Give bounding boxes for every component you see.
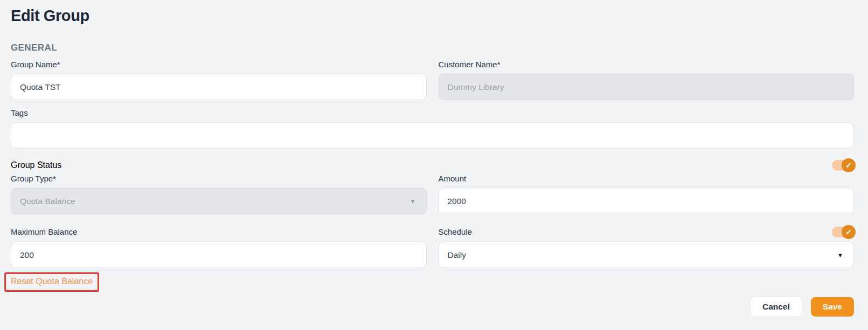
amount-label: Amount bbox=[439, 173, 855, 184]
reset-quota-balance-link[interactable]: Reset Quota Balance bbox=[11, 277, 93, 286]
group-name-input[interactable] bbox=[11, 74, 427, 100]
customer-name-label: Customer Name* bbox=[439, 59, 855, 70]
checkmark-icon: ✓ bbox=[845, 228, 852, 236]
annotation-highlight-box: Reset Quota Balance bbox=[4, 272, 99, 292]
tags-field: Tags bbox=[11, 108, 854, 149]
amount-input[interactable] bbox=[439, 188, 855, 214]
schedule-toggle[interactable]: ✓ bbox=[832, 227, 854, 237]
group-type-select: Quota Balance ▼ bbox=[11, 188, 427, 214]
page-title: Edit Group bbox=[11, 6, 854, 25]
schedule-value: Daily bbox=[448, 250, 466, 260]
toggle-check-icon: ✓ bbox=[842, 225, 856, 239]
maximum-balance-label-row: Maximum Balance bbox=[11, 225, 427, 239]
group-status-toggle[interactable]: ✓ bbox=[832, 160, 854, 171]
schedule-label-row: Schedule ✓ bbox=[439, 225, 855, 239]
maximum-balance-label: Maximum Balance bbox=[11, 227, 77, 237]
group-type-label: Group Type* bbox=[11, 173, 427, 184]
toggle-check-icon: ✓ bbox=[842, 158, 856, 172]
section-title-general: GENERAL bbox=[11, 43, 854, 53]
group-name-field: Group Name* bbox=[11, 59, 427, 100]
row-max-schedule: Maximum Balance Schedule ✓ Daily ▼ bbox=[11, 225, 854, 268]
maximum-balance-field: Maximum Balance bbox=[11, 225, 427, 268]
chevron-down-icon: ▼ bbox=[410, 198, 416, 205]
checkmark-icon: ✓ bbox=[845, 161, 852, 170]
schedule-field: Schedule ✓ Daily ▼ bbox=[439, 225, 855, 268]
customer-name-input bbox=[439, 74, 855, 100]
chevron-down-icon: ▼ bbox=[837, 252, 843, 258]
group-name-label: Group Name* bbox=[11, 59, 427, 70]
schedule-select[interactable]: Daily ▼ bbox=[439, 242, 855, 268]
save-button[interactable]: Save bbox=[811, 297, 854, 317]
customer-name-field: Customer Name* bbox=[439, 59, 855, 100]
row-names: Group Name* Customer Name* bbox=[11, 59, 854, 100]
group-type-field: Group Type* Quota Balance ▼ bbox=[11, 173, 427, 214]
row-tags: Tags bbox=[11, 108, 854, 149]
group-type-value: Quota Balance bbox=[20, 196, 75, 206]
schedule-label: Schedule bbox=[439, 227, 473, 237]
edit-group-page: Edit Group GENERAL Group Name* Customer … bbox=[0, 0, 868, 317]
group-status-label: Group Status bbox=[11, 160, 61, 170]
row-type-amount: Group Type* Quota Balance ▼ Amount bbox=[11, 173, 854, 214]
tags-input[interactable] bbox=[11, 122, 854, 149]
form-footer: Cancel Save bbox=[11, 297, 854, 317]
amount-field: Amount bbox=[439, 173, 855, 214]
row-group-status: Group Status ✓ bbox=[11, 158, 854, 172]
cancel-button[interactable]: Cancel bbox=[751, 297, 802, 317]
maximum-balance-input[interactable] bbox=[11, 242, 427, 268]
tags-label: Tags bbox=[11, 108, 854, 118]
